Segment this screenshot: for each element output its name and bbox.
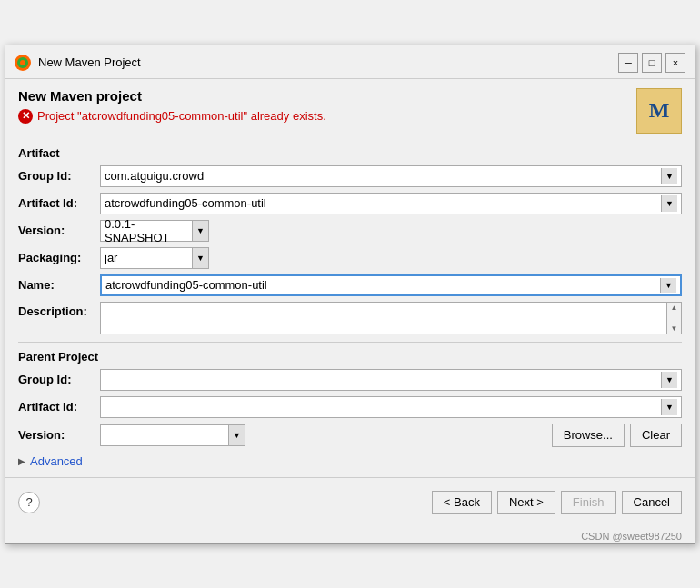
dialog-body: Artifact Group Id: ▼ Artifact Id: ▼ — [5, 139, 695, 477]
svg-point-2 — [20, 60, 25, 65]
description-row: Description: ▲ ▼ — [18, 302, 682, 334]
parent-group-id-label: Group Id: — [18, 373, 100, 386]
parent-version-label: Version: — [18, 428, 100, 442]
description-label: Description: — [18, 302, 100, 318]
description-scrollbar[interactable]: ▲ ▼ — [666, 303, 681, 334]
name-field: ▼ — [100, 274, 682, 296]
packaging-label: Packaging: — [18, 251, 100, 264]
parent-artifact-id-row: Artifact Id: ▼ — [18, 396, 682, 418]
group-id-field: ▼ — [100, 165, 682, 187]
advanced-arrow-icon: ▶ — [18, 456, 25, 466]
version-value: 0.0.1-SNAPSHOT — [105, 217, 192, 244]
dialog-window: New Maven Project ─ □ × New Maven projec… — [5, 45, 695, 544]
parent-artifact-id-field: ▼ — [100, 396, 682, 418]
browse-button[interactable]: Browse... — [552, 424, 625, 447]
name-label: Name: — [18, 278, 100, 292]
name-row: Name: ▼ — [18, 274, 682, 296]
error-row: ✕ Project "atcrowdfunding05-common-util"… — [18, 109, 326, 124]
artifact-section-label: Artifact — [18, 146, 682, 160]
parent-group-id-field: ▼ — [100, 369, 682, 391]
artifact-id-label: Artifact Id: — [18, 196, 100, 210]
group-id-label: Group Id: — [18, 169, 100, 183]
parent-artifact-id-label: Artifact Id: — [18, 400, 100, 414]
parent-version-arrow[interactable]: ▼ — [228, 425, 245, 445]
header-left: New Maven project ✕ Project "atcrowdfund… — [18, 88, 326, 124]
name-arrow[interactable]: ▼ — [660, 278, 676, 293]
error-icon: ✕ — [18, 109, 33, 124]
back-button[interactable]: < Back — [432, 491, 492, 514]
parent-version-field: ▼ Browse... Clear — [100, 424, 682, 447]
parent-version-row: Version: ▼ Browse... Clear — [18, 424, 682, 447]
footer-bottom: ? < Back Next > Finish Cancel — [18, 491, 682, 514]
packaging-arrow[interactable]: ▼ — [192, 248, 208, 268]
title-bar-controls: ─ □ × — [618, 53, 685, 73]
description-field: ▲ ▼ — [100, 302, 682, 334]
footer-buttons: < Back Next > Finish Cancel — [432, 491, 682, 514]
name-input[interactable] — [105, 278, 660, 292]
maximize-button[interactable]: □ — [642, 53, 662, 73]
advanced-link[interactable]: Advanced — [30, 454, 83, 468]
divider-1 — [18, 342, 682, 343]
artifact-id-combo[interactable]: ▼ — [100, 193, 682, 214]
group-id-row: Group Id: ▼ — [18, 165, 682, 187]
packaging-value: jar — [105, 251, 117, 264]
artifact-id-row: Artifact Id: ▼ — [18, 193, 682, 214]
artifact-id-arrow[interactable]: ▼ — [661, 195, 677, 212]
dialog-title: New Maven project — [18, 88, 326, 104]
cancel-button[interactable]: Cancel — [622, 491, 682, 514]
maven-logo: M — [636, 88, 682, 134]
packaging-row: Packaging: jar ▼ — [18, 247, 682, 269]
packaging-combo[interactable]: jar ▼ — [100, 247, 209, 269]
version-label: Version: — [18, 224, 100, 237]
group-id-input[interactable] — [105, 169, 661, 183]
artifact-id-input[interactable] — [105, 196, 661, 210]
name-combo[interactable]: ▼ — [100, 274, 682, 296]
version-combo[interactable]: 0.0.1-SNAPSHOT ▼ — [100, 220, 209, 242]
help-button[interactable]: ? — [18, 492, 40, 513]
description-input[interactable] — [101, 303, 666, 334]
advanced-row[interactable]: ▶ Advanced — [18, 454, 682, 468]
maven-logo-text: M — [649, 98, 670, 123]
next-button[interactable]: Next > — [497, 491, 555, 514]
parent-artifact-id-input[interactable] — [105, 400, 661, 414]
artifact-id-field: ▼ — [100, 193, 682, 214]
parent-group-id-arrow[interactable]: ▼ — [661, 372, 677, 388]
packaging-field: jar ▼ — [100, 247, 682, 269]
watermark: CSDN @sweet987250 — [5, 527, 695, 543]
parent-artifact-id-combo[interactable]: ▼ — [100, 396, 682, 418]
title-bar: New Maven Project ─ □ × — [5, 45, 695, 79]
group-id-arrow[interactable]: ▼ — [661, 168, 677, 184]
footer-area: ? < Back Next > Finish Cancel — [5, 477, 695, 527]
scroll-up[interactable]: ▲ — [671, 304, 678, 312]
group-id-combo[interactable]: ▼ — [100, 165, 682, 187]
version-arrow[interactable]: ▼ — [192, 221, 208, 241]
parent-group-id-input[interactable] — [105, 373, 661, 386]
parent-artifact-id-arrow[interactable]: ▼ — [661, 399, 677, 415]
dialog-header: New Maven project ✕ Project "atcrowdfund… — [5, 79, 695, 139]
title-bar-text: New Maven Project — [38, 55, 141, 69]
scroll-down[interactable]: ▼ — [671, 324, 678, 333]
finish-button[interactable]: Finish — [561, 491, 616, 514]
version-field: 0.0.1-SNAPSHOT ▼ — [100, 220, 682, 242]
parent-group-id-row: Group Id: ▼ — [18, 369, 682, 391]
clear-button[interactable]: Clear — [630, 424, 682, 447]
parent-version-combo[interactable]: ▼ — [100, 424, 245, 446]
title-bar-left: New Maven Project — [15, 55, 141, 71]
parent-section-label: Parent Project — [18, 350, 682, 364]
version-row: Version: 0.0.1-SNAPSHOT ▼ — [18, 220, 682, 242]
parent-group-id-combo[interactable]: ▼ — [100, 369, 682, 391]
maven-title-icon — [15, 55, 31, 71]
close-button[interactable]: × — [665, 53, 685, 73]
error-message: Project "atcrowdfunding05-common-util" a… — [37, 109, 326, 123]
minimize-button[interactable]: ─ — [618, 53, 638, 73]
